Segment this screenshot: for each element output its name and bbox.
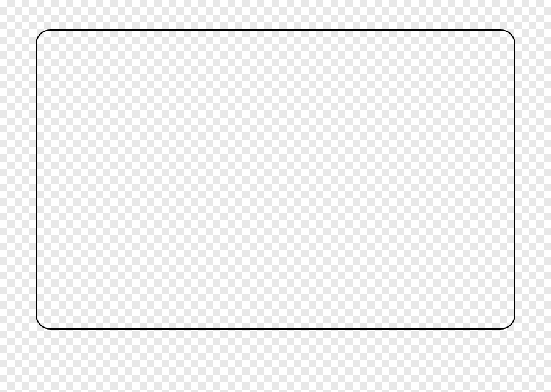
rounded-rectangle-frame	[36, 29, 515, 330]
